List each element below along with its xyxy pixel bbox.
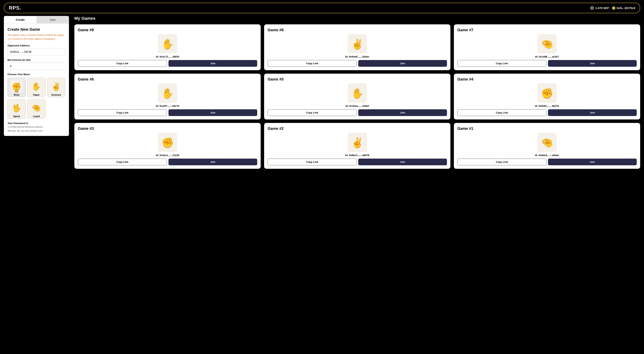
game-image-7: 🤏 — [538, 34, 556, 53]
header-right: ⬡ 1.478 SEP 0xfe...ED75c6 — [590, 6, 635, 10]
copy-link-button-4[interactable]: Copy Link — [457, 109, 546, 116]
game-id-6: Id: 0xef07.......43e7d — [156, 105, 179, 107]
game-image-5: ✋ — [348, 83, 367, 103]
copy-link-button-9[interactable]: Copy Link — [78, 60, 167, 67]
scissors-svg: ✌️ — [50, 80, 62, 92]
tab-join[interactable]: Join — [36, 16, 69, 23]
join-button-8[interactable]: Join — [358, 60, 447, 67]
game-id-2: Id: 0x8bc2.......d5678 — [345, 154, 369, 157]
svg-text:✋: ✋ — [162, 88, 174, 99]
move-rock[interactable]: ✊ ✓ Rock — [8, 78, 26, 97]
game-card-1: Game #1 🤏 Id: 0x9de3.......e9abc Copy Li… — [454, 123, 640, 169]
copy-link-button-8[interactable]: Copy Link — [268, 60, 357, 67]
game-id-8: Id: 0x5de8.......2b4ec — [345, 55, 369, 58]
game-card-9: Game #9 ✋ Id: 0x2c72.......08f34 Copy Li… — [74, 24, 261, 70]
scissors-label: Scissors — [48, 94, 64, 96]
balance-display: ⬡ 1.478 SEP — [590, 6, 609, 10]
spock-image: 🖖 — [10, 101, 24, 114]
moves-grid-top: ✊ ✓ Rock ✋ Paper — [8, 78, 65, 97]
move-paper[interactable]: ✋ Paper — [27, 78, 46, 97]
lizard-label: Lizard — [28, 115, 44, 118]
svg-text:🤏: 🤏 — [541, 137, 553, 149]
wallet-dot-icon — [612, 6, 616, 10]
svg-text:✊: ✊ — [162, 137, 174, 149]
game-actions-8: Copy Link Join — [268, 60, 447, 67]
copy-link-button-7[interactable]: Copy Link — [457, 60, 546, 67]
right-content: My Games Game #9 ✋ Id: 0x2c72.......08f3… — [69, 16, 640, 169]
game-title-1: Game #1 — [457, 126, 473, 131]
svg-text:✌️: ✌️ — [351, 38, 364, 50]
sidebar: Create Join Create New Game This game us… — [4, 16, 69, 169]
game-hand-svg-4: ✊ — [538, 84, 556, 102]
move-label: Choose Your Move — [8, 73, 65, 76]
svg-text:🤏: 🤏 — [32, 103, 41, 113]
sidebar-tabs: Create Join — [4, 16, 69, 24]
game-hand-svg-8: ✌️ — [349, 35, 366, 52]
game-title-2: Game #2 — [268, 126, 284, 131]
password-value: *1707905784193#7f8332ca7e40e32e — [8, 126, 65, 128]
bet-input[interactable] — [8, 63, 65, 70]
game-card-7: Game #7 🤏 Id: 0x1e88.......ac5e7 Copy Li… — [454, 24, 640, 70]
game-hand-svg-1: 🤏 — [538, 134, 556, 151]
password-note: Although. We use local storage of the — [8, 130, 65, 132]
game-id-7: Id: 0x1e88.......ac5e7 — [535, 55, 559, 58]
tab-create[interactable]: Create — [4, 16, 36, 23]
game-card-2: Game #2 ✌️ Id: 0x8bc2.......d5678 Copy L… — [264, 123, 450, 169]
svg-text:✋: ✋ — [351, 88, 364, 99]
join-button-9[interactable]: Join — [168, 60, 257, 67]
svg-text:✊: ✊ — [541, 88, 553, 99]
paper-image: ✋ — [30, 79, 43, 93]
copy-link-button-1[interactable]: Copy Link — [457, 159, 546, 165]
game-image-9: ✋ — [158, 34, 177, 53]
join-button-1[interactable]: Join — [548, 159, 637, 165]
header: RPS. ⬡ 1.478 SEP 0xfe...ED75c6 — [4, 3, 640, 13]
copy-link-button-5[interactable]: Copy Link — [268, 109, 357, 116]
game-actions-4: Copy Link Join — [457, 109, 637, 116]
opponent-label: Opponent Address — [8, 44, 65, 47]
page-title: My Games — [74, 16, 640, 21]
svg-text:🖖: 🖖 — [12, 103, 21, 113]
join-button-3[interactable]: Join — [168, 159, 257, 165]
opponent-input[interactable] — [8, 48, 65, 56]
game-title-4: Game #4 — [457, 77, 473, 82]
app-logo: RPS. — [9, 5, 21, 11]
copy-link-button-3[interactable]: Copy Link — [78, 159, 167, 165]
game-title-3: Game #3 — [78, 126, 94, 131]
game-card-5: Game #5 ✋ Id: 0x1baa.......636ef Copy Li… — [264, 74, 450, 120]
join-button-2[interactable]: Join — [358, 159, 447, 165]
game-id-9: Id: 0x2c72.......08f34 — [156, 55, 179, 58]
copy-link-button-6[interactable]: Copy Link — [78, 109, 167, 116]
game-hand-svg-5: ✋ — [349, 84, 366, 102]
svg-text:🤏: 🤏 — [541, 38, 553, 50]
game-title-6: Game #6 — [78, 77, 94, 82]
lizard-image: 🤏 — [30, 101, 43, 114]
create-game-description: This game uses a commit-reveal scheme fo… — [8, 33, 65, 41]
move-lizard[interactable]: 🤏 Lizard — [27, 99, 46, 119]
paper-label: Paper — [28, 94, 44, 96]
game-title-5: Game #5 — [268, 77, 284, 82]
game-hand-svg-6: ✋ — [159, 84, 176, 102]
svg-text:✌️: ✌️ — [51, 82, 61, 91]
game-hand-svg-9: ✋ — [159, 35, 176, 52]
join-button-7[interactable]: Join — [548, 60, 637, 67]
game-id-1: Id: 0x9de3.......e9abc — [535, 154, 559, 157]
empty-slot — [47, 99, 65, 119]
move-spock[interactable]: 🖖 Spock — [8, 99, 26, 119]
join-button-6[interactable]: Join — [168, 109, 257, 116]
move-scissors[interactable]: ✌️ Scissors — [47, 78, 65, 97]
game-title-9: Game #9 — [78, 28, 94, 32]
join-button-4[interactable]: Join — [548, 109, 637, 116]
game-id-3: Id: 0x3a11.......f1234 — [156, 154, 179, 157]
game-title-7: Game #7 — [457, 28, 473, 32]
svg-text:✋: ✋ — [32, 82, 41, 91]
join-button-5[interactable]: Join — [358, 109, 447, 116]
game-card-8: Game #8 ✌️ Id: 0x5de8.......2b4ec Copy L… — [264, 24, 450, 70]
game-image-2: ✌️ — [348, 133, 367, 152]
game-actions-5: Copy Link Join — [268, 109, 447, 116]
balance-value: 1.478 SEP — [595, 6, 609, 10]
paper-svg: ✋ — [30, 80, 42, 92]
game-hand-svg-7: 🤏 — [538, 35, 556, 52]
sep-icon: ⬡ — [590, 6, 594, 10]
copy-link-button-2[interactable]: Copy Link — [268, 159, 357, 165]
moves-grid-bottom: 🖖 Spock 🤏 Lizard — [8, 99, 65, 119]
